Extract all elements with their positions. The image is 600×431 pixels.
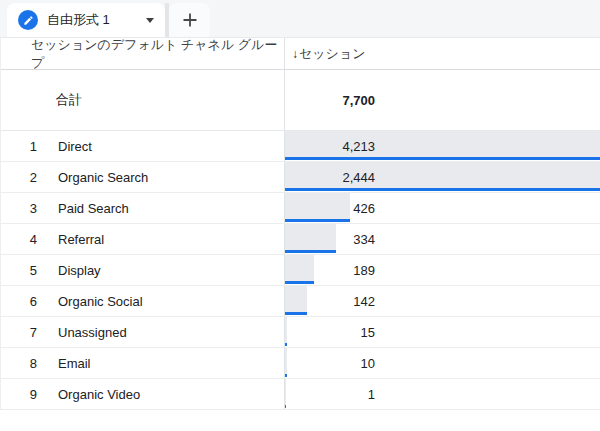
table-row[interactable]: 7 Unassigned 15 xyxy=(1,317,600,348)
table-row[interactable]: 5 Display 189 xyxy=(1,255,600,286)
channel-name: Organic Video xyxy=(58,387,140,402)
dimension-cell: 4 Referral xyxy=(1,224,284,254)
row-rank: 2 xyxy=(1,170,37,185)
edit-pencil-icon xyxy=(18,10,38,30)
sessions-value: 4,213 xyxy=(285,139,375,154)
sessions-cell: 1 xyxy=(284,379,600,409)
session-bar-line xyxy=(285,374,287,377)
row-rank: 4 xyxy=(1,232,37,247)
sessions-cell: 189 xyxy=(284,255,600,285)
channel-name: Organic Search xyxy=(58,170,148,185)
chevron-down-icon[interactable] xyxy=(146,18,154,23)
row-rank: 9 xyxy=(1,387,37,402)
row-rank: 5 xyxy=(1,263,37,278)
table-row[interactable]: 3 Paid Search 426 xyxy=(1,193,600,224)
sessions-cell: 426 xyxy=(284,193,600,223)
sessions-cell: 10 xyxy=(284,348,600,378)
table-row[interactable]: 1 Direct 4,213 xyxy=(1,131,600,162)
channel-name: Referral xyxy=(58,232,104,247)
dimension-cell: 8 Email xyxy=(1,348,284,378)
sessions-cell: 15 xyxy=(284,317,600,347)
column-header-channel-group[interactable]: セッションのデフォルト チャネル グループ xyxy=(1,36,284,72)
tab-strip: 自由形式 1 xyxy=(0,0,600,38)
column-header-sessions-label: セッション xyxy=(299,45,366,63)
channel-name: Direct xyxy=(58,139,92,154)
session-bar-line xyxy=(285,188,600,191)
dimension-cell: 3 Paid Search xyxy=(1,193,284,223)
sessions-cell: 142 xyxy=(284,286,600,316)
table-row[interactable]: 9 Organic Video 1 xyxy=(1,379,600,410)
dimension-cell: 2 Organic Search xyxy=(1,162,284,192)
dimension-cell: 7 Unassigned xyxy=(1,317,284,347)
sort-descending-icon[interactable]: ↓ xyxy=(292,47,298,61)
totals-row: 合計 7,700 xyxy=(1,70,600,131)
row-rank: 8 xyxy=(1,356,37,371)
totals-sessions-cell: 7,700 xyxy=(284,70,600,130)
channel-name: Organic Social xyxy=(58,294,143,309)
dimension-cell: 9 Organic Video xyxy=(1,379,284,409)
session-bar-line xyxy=(285,157,600,160)
sessions-value: 15 xyxy=(285,325,375,340)
row-rank: 6 xyxy=(1,294,37,309)
sessions-value: 1 xyxy=(285,387,375,402)
sessions-value: 142 xyxy=(285,294,375,309)
sessions-cell: 4,213 xyxy=(284,131,600,161)
session-bar-line xyxy=(285,312,307,315)
plus-icon xyxy=(181,11,199,29)
add-tab-button[interactable] xyxy=(169,3,210,37)
table-row[interactable]: 6 Organic Social 142 xyxy=(1,286,600,317)
sessions-value: 2,444 xyxy=(285,170,375,185)
ga4-exploration-panel: 自由形式 1 セッションのデフォルト チャネル グループ ↓ セッション 合計 … xyxy=(0,0,600,431)
dimension-cell: 6 Organic Social xyxy=(1,286,284,316)
totals-sessions-value: 7,700 xyxy=(285,93,375,108)
tab-free-form-1[interactable]: 自由形式 1 xyxy=(7,3,165,37)
channel-name: Unassigned xyxy=(58,325,127,340)
sessions-cell: 2,444 xyxy=(284,162,600,192)
sessions-value: 10 xyxy=(285,356,375,371)
table-header-row: セッションのデフォルト チャネル グループ ↓ セッション xyxy=(1,38,600,70)
sessions-cell: 334 xyxy=(284,224,600,254)
session-bar-line xyxy=(285,219,350,222)
table-row[interactable]: 8 Email 10 xyxy=(1,348,600,379)
column-header-sessions[interactable]: ↓ セッション xyxy=(284,38,600,69)
totals-label: 合計 xyxy=(1,91,284,109)
sessions-value: 334 xyxy=(285,232,375,247)
table-row[interactable]: 2 Organic Search 2,444 xyxy=(1,162,600,193)
dimension-cell: 1 Direct xyxy=(1,131,284,161)
channel-name: Display xyxy=(58,263,101,278)
session-bar-line xyxy=(285,281,314,284)
channel-name: Email xyxy=(58,356,91,371)
session-bar-line xyxy=(285,250,336,253)
row-rank: 1 xyxy=(1,139,37,154)
sessions-value: 189 xyxy=(285,263,375,278)
row-rank: 3 xyxy=(1,201,37,216)
table-body: 1 Direct 4,213 2 Organic Search 2,444 3 … xyxy=(1,131,600,410)
free-form-table: セッションのデフォルト チャネル グループ ↓ セッション 合計 7,700 1… xyxy=(0,38,600,410)
row-rank: 7 xyxy=(1,325,37,340)
channel-name: Paid Search xyxy=(58,201,129,216)
tab-label: 自由形式 1 xyxy=(47,11,110,29)
session-bar-line xyxy=(285,343,287,346)
table-row[interactable]: 4 Referral 334 xyxy=(1,224,600,255)
sessions-value: 426 xyxy=(285,201,375,216)
dimension-cell: 5 Display xyxy=(1,255,284,285)
